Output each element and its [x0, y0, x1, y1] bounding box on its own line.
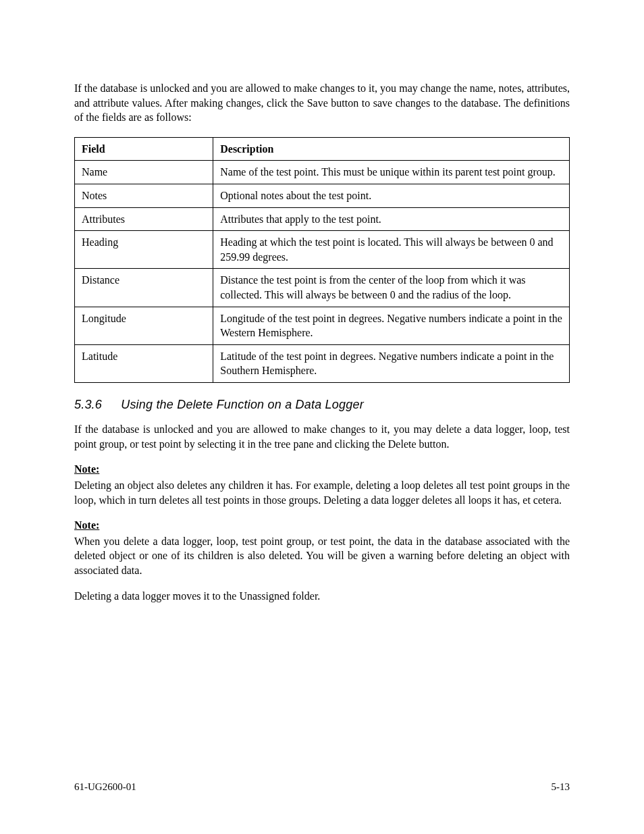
footer-page-number: 5-13 — [552, 780, 570, 793]
table-row: Notes Optional notes about the test poin… — [75, 184, 570, 207]
table-cell-desc: Distance the test point is from the cent… — [213, 269, 570, 307]
note-text: Deleting an object also deletes any chil… — [74, 478, 570, 507]
table-cell-field: Distance — [75, 269, 213, 307]
table-cell-desc: Name of the test point. This must be uni… — [213, 161, 570, 184]
table-cell-field: Heading — [75, 231, 213, 269]
field-definition-table: Field Description Name Name of the test … — [74, 137, 570, 383]
table-row: Name Name of the test point. This must b… — [75, 161, 570, 184]
table-cell-desc: Optional notes about the test point. — [213, 184, 570, 207]
table-header-row: Field Description — [75, 137, 570, 161]
table-row: Longitude Longitude of the test point in… — [75, 307, 570, 344]
table-cell-desc: Longitude of the test point in degrees. … — [213, 307, 570, 344]
section-number: 5.3.6 — [74, 396, 117, 413]
table-header-description: Description — [213, 137, 570, 161]
intro-block: If the database is unlocked and you are … — [74, 81, 570, 125]
table-cell-desc: Latitude of the test point in degrees. N… — [213, 344, 570, 382]
body-paragraph: Deleting a data logger moves it to the U… — [74, 589, 570, 604]
document-page: If the database is unlocked and you are … — [0, 0, 644, 834]
page-footer: 61-UG2600-01 5-13 — [74, 780, 570, 793]
table-header-field: Field — [75, 137, 213, 161]
note-label: Note: — [74, 462, 570, 477]
body-paragraph: If the database is unlocked and you are … — [74, 422, 570, 451]
table-row: Heading Heading at which the test point … — [75, 231, 570, 269]
table-row: Latitude Latitude of the test point in d… — [75, 344, 570, 382]
table-cell-field: Latitude — [75, 344, 213, 382]
table-cell-field: Attributes — [75, 207, 213, 231]
table-cell-field: Longitude — [75, 307, 213, 344]
table-row: Attributes Attributes that apply to the … — [75, 207, 570, 231]
intro-paragraph: If the database is unlocked and you are … — [74, 81, 570, 125]
table-row: Distance Distance the test point is from… — [75, 269, 570, 307]
table-cell-desc: Attributes that apply to the test point. — [213, 207, 570, 231]
note-label: Note: — [74, 518, 570, 533]
section-title: Using the Delete Function on a Data Logg… — [121, 398, 364, 411]
footer-doc-id: 61-UG2600-01 — [74, 780, 136, 793]
note-block: Note: Deleting an object also deletes an… — [74, 462, 570, 507]
table-cell-desc: Heading at which the test point is locat… — [213, 231, 570, 269]
note-text: When you delete a data logger, loop, tes… — [74, 534, 570, 578]
table-cell-field: Name — [75, 161, 213, 184]
section-body: If the database is unlocked and you are … — [74, 422, 570, 603]
table-cell-field: Notes — [75, 184, 213, 207]
section-heading: 5.3.6 Using the Delete Function on a Dat… — [74, 396, 570, 413]
note-block: Note: When you delete a data logger, loo… — [74, 518, 570, 577]
